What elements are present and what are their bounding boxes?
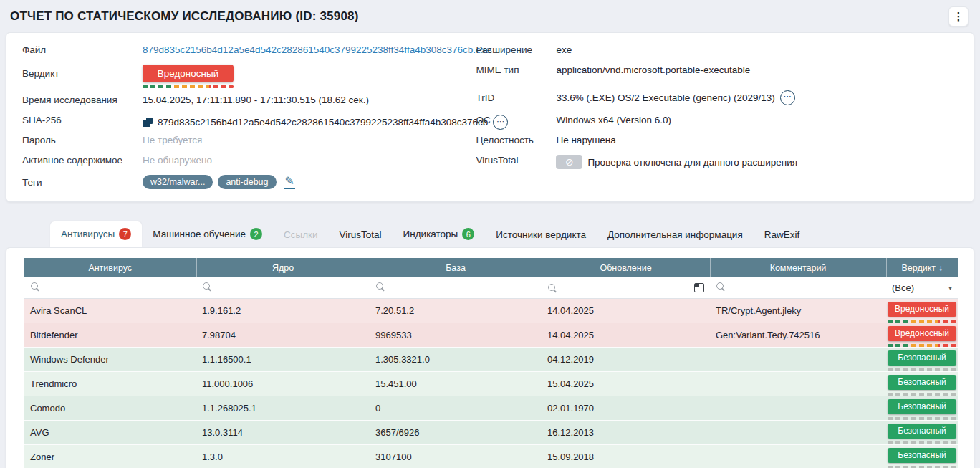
table-header-row: Антивирус Ядро База Обновление Комментар… [24, 258, 958, 277]
table-row[interactable]: Avira ScanCL 1.9.161.2 7.20.51.2 14.04.2… [24, 298, 958, 323]
trid-more-button[interactable]: ⋯ [780, 90, 795, 105]
table-row[interactable]: AVG 13.0.3114 3657/6926 16.12.2013 Безоп… [24, 420, 958, 444]
extension-row: Расширение exe [476, 42, 958, 62]
sha256-value: 879d835c2156b4d12a5e4d542c282861540c3799… [158, 117, 488, 128]
table-row[interactable]: Comodo 1.1.268025.1 0 02.01.1970 Безопас… [24, 396, 958, 420]
mime-value: application/vnd.microsoft.portable-execu… [556, 65, 750, 75]
cell-comment: TR/Crypt.Agent.jleky [710, 298, 886, 323]
cell-antivirus: Zoner [24, 444, 196, 468]
kebab-menu-button[interactable]: ⋮ [948, 6, 969, 27]
filter-update[interactable] [542, 277, 710, 298]
cell-comment [710, 347, 886, 371]
tab-machine-learning[interactable]: Машинное обучение 2 [142, 221, 273, 247]
disabled-check-badge: ⊘ [556, 155, 582, 169]
row-verdict-badge[interactable]: Безопасный [888, 399, 956, 414]
virustotal-label: VirusTotal [476, 155, 556, 166]
cell-base: 1.305.3321.0 [370, 347, 542, 371]
cell-update: 04.12.2019 [542, 347, 710, 371]
active-content-label: Активное содержимое [22, 155, 143, 166]
tab-label: Антивирусы [61, 229, 115, 239]
row-verdict-badge[interactable]: Безопасный [888, 375, 956, 390]
active-content-row: Активное содержимое Не обнаружено [22, 153, 476, 173]
cell-base: 3657/6926 [370, 420, 542, 444]
tab-indicators[interactable]: Индикаторы 6 [393, 221, 486, 247]
filter-antivirus[interactable] [24, 277, 196, 298]
tab-label: Дополнительная информация [607, 229, 743, 240]
column-header-update[interactable]: Обновление [542, 258, 710, 277]
table-row[interactable]: Bitdefender 7.98704 9969533 14.04.2025 G… [24, 323, 958, 347]
tab-label: RawExif [764, 229, 800, 240]
analysis-time-label: Время исследования [22, 95, 143, 105]
column-header-engine[interactable]: Ядро [196, 258, 370, 277]
severity-scale [888, 441, 956, 444]
cell-comment [710, 371, 886, 396]
info-left-column: Файл 879d835c2156b4d12a5e4d542c282861540… [22, 42, 476, 193]
cell-antivirus: AVG [24, 420, 196, 444]
copy-icon[interactable] [143, 118, 153, 128]
verdict-label: Вердикт [22, 65, 143, 79]
ellipsis-icon: ⋯ [784, 92, 792, 100]
trid-label: TrID [476, 92, 556, 103]
severity-scale [888, 466, 956, 468]
column-header-antivirus[interactable]: Антивирус [24, 258, 196, 277]
os-row: ОС Windows x64 (Version 6.0) [476, 113, 958, 133]
integrity-label: Целостность [476, 135, 556, 145]
row-verdict-badge[interactable]: Безопасный [888, 350, 956, 366]
mime-label: MIME тип [476, 65, 556, 75]
tab-additional-info[interactable]: Дополнительная информация [597, 223, 754, 247]
tag-pill[interactable]: anti-debug [218, 175, 276, 189]
cell-base: 7.20.51.2 [370, 298, 542, 323]
tab-rawexif[interactable]: RawExif [754, 223, 811, 247]
cell-engine: 13.0.3114 [196, 420, 370, 444]
analysis-time-value: 15.04.2025, 17:11:11.890 - 17:11:30.515 … [143, 95, 369, 105]
cell-update: 14.04.2025 [542, 298, 710, 323]
cell-base: 15.451.00 [370, 371, 542, 396]
trid-value: 33.6% (.EXE) OS/2 Executable (generic) (… [556, 92, 774, 103]
row-verdict-badge[interactable]: Безопасный [888, 448, 956, 463]
cell-antivirus: Avira ScanCL [24, 298, 196, 323]
row-verdict-badge[interactable]: Вредоносный [888, 326, 956, 341]
cell-engine: 11.000.1006 [196, 371, 370, 396]
row-verdict-badge[interactable]: Вредоносный [888, 302, 956, 317]
file-row: Файл 879d835c2156b4d12a5e4d542c282861540… [22, 42, 476, 62]
tab-count-badge: 6 [462, 228, 474, 240]
search-icon [375, 282, 385, 291]
row-verdict-badge[interactable]: Безопасный [888, 424, 956, 439]
filter-comment[interactable] [710, 277, 886, 298]
table-row[interactable]: Trendmicro 11.000.1006 15.451.00 15.04.2… [24, 371, 958, 396]
sort-desc-icon: ↓ [938, 263, 943, 273]
extension-label: Расширение [476, 44, 556, 55]
tab-antiviruses[interactable]: Антивирусы 7 [50, 221, 142, 247]
filter-engine[interactable] [196, 277, 370, 298]
cell-comment [710, 396, 886, 420]
severity-scale [888, 320, 956, 323]
table-row[interactable]: Zoner 1.3.0 3107100 15.09.2018 Безопасны… [24, 444, 958, 468]
edit-tags-icon[interactable]: ✎ [284, 175, 295, 189]
antivirus-table-panel: Антивирус Ядро База Обновление Комментар… [6, 247, 974, 468]
table-row[interactable]: Windows Defender 1.1.16500.1 1.305.3321.… [24, 347, 958, 371]
tab-virustotal[interactable]: VirusTotal [329, 223, 393, 247]
cell-update: 14.04.2025 [542, 323, 710, 347]
calendar-icon[interactable] [694, 283, 704, 292]
column-header-verdict[interactable]: Вердикт↓ [886, 258, 958, 277]
file-label: Файл [22, 44, 143, 55]
search-icon [716, 282, 725, 291]
mime-row: MIME тип application/vnd.microsoft.porta… [476, 62, 958, 82]
tab-count-badge: 7 [119, 228, 131, 240]
analysis-time-row: Время исследования 15.04.2025, 17:11:11.… [22, 92, 476, 113]
verdict-badge[interactable]: Вредоносный [143, 65, 234, 82]
cell-engine: 1.9.161.2 [196, 298, 370, 323]
column-header-base[interactable]: База [370, 258, 542, 277]
tag-pill[interactable]: w32/malwar... [143, 175, 213, 189]
file-link[interactable]: 879d835c2156b4d12a5e4d542c282861540c3799… [143, 44, 491, 55]
filter-base[interactable] [370, 277, 542, 298]
tab-verdict-sources[interactable]: Источники вердикта [485, 223, 597, 247]
tab-label: VirusTotal [340, 229, 382, 240]
column-header-comment[interactable]: Комментарий [710, 258, 886, 277]
password-value: Не требуется [143, 135, 202, 145]
severity-scale [888, 393, 956, 396]
filter-verdict-select[interactable]: (Все) ▾ [886, 277, 958, 298]
os-label: ОС [476, 115, 556, 125]
virustotal-value: Проверка отключена для данного расширени… [587, 157, 797, 168]
tags-label: Теги [22, 175, 143, 188]
